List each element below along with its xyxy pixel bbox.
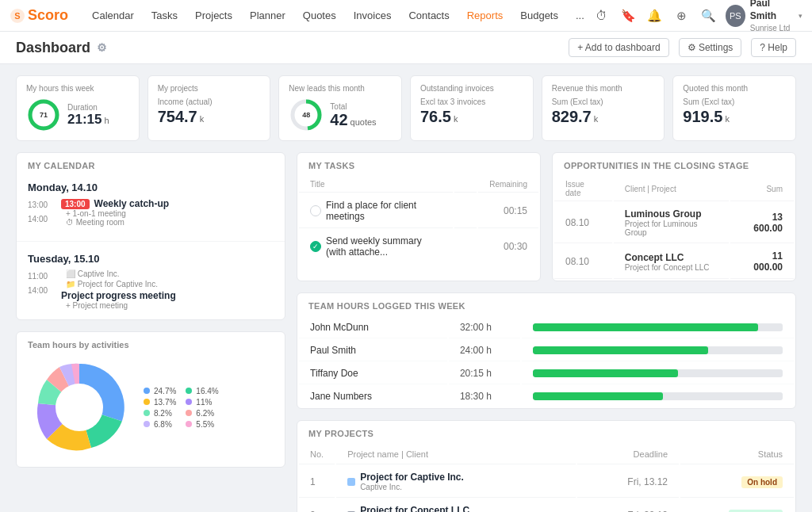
task-checkbox[interactable] bbox=[310, 205, 321, 216]
stat-leads-title: New leads this month bbox=[289, 84, 392, 93]
opp-col-client: Client | Project bbox=[614, 177, 729, 201]
proj-color-dot bbox=[347, 478, 355, 486]
nav-planner[interactable]: Planner bbox=[242, 6, 293, 25]
stat-card-invoices: Outstanding invoices Excl tax 3 invoices… bbox=[410, 75, 534, 141]
nav-tasks[interactable]: Tasks bbox=[144, 6, 186, 25]
search-icon[interactable]: 🔍 bbox=[699, 6, 718, 26]
stat-projects-value: 754.7 bbox=[158, 108, 197, 126]
pie-chart bbox=[28, 356, 131, 459]
weekly-catchup-event[interactable]: 13:00 14:00 13:00 Weekly catch-up + 1-on… bbox=[28, 198, 274, 227]
monday-label: Monday, 14.10 bbox=[28, 181, 274, 193]
tasks-col-title: Title bbox=[299, 177, 453, 193]
bell-icon[interactable]: 🔔 bbox=[645, 6, 665, 26]
dashboard-settings-icon[interactable]: ⚙ bbox=[97, 41, 107, 54]
tasks-header: My tasks bbox=[297, 153, 540, 175]
hours-val-1: 24:00 h bbox=[449, 340, 520, 361]
stat-revenue-value: 829.7 bbox=[552, 108, 592, 126]
status-badge: In progress bbox=[729, 510, 783, 513]
person-name-3: Jane Numbers bbox=[299, 386, 447, 407]
legend-support: 6.8% bbox=[144, 420, 176, 429]
stat-hours-value: 21:15 bbox=[67, 112, 102, 128]
legend-marketing: 5.5% bbox=[186, 420, 218, 429]
tasks-table: Title Remaining Find a place for c bbox=[297, 175, 540, 265]
bookmark-icon[interactable]: 🔖 bbox=[619, 6, 638, 26]
legend-meetings: 11% bbox=[186, 398, 218, 407]
navigation: S Scoro Calendar Tasks Projects Planner … bbox=[0, 0, 812, 32]
opp-col-sum: Sum bbox=[730, 177, 794, 201]
proj-deadline: Fri, 13.12 bbox=[577, 466, 679, 498]
projects-table: No. Project name | Client Deadline Statu… bbox=[297, 443, 795, 512]
legend-research: 8.2% bbox=[144, 409, 176, 418]
stat-quoted-title: Quoted this month bbox=[683, 84, 786, 93]
projects-card: My projects No. Project name | Client De… bbox=[297, 420, 796, 512]
stat-card-quoted: Quoted this month Sum (Excl tax) 919.5 k bbox=[672, 75, 796, 141]
tasks-card: My tasks Title Remaining bbox=[297, 152, 541, 281]
stat-card-hours: My hours this week 71 Duration 21:15 h bbox=[16, 75, 140, 141]
project-row[interactable]: 2 Project for Concept LLC Concept LLC Fr… bbox=[299, 499, 794, 512]
opp-row[interactable]: 08.10 Luminous Group Project for Luminou… bbox=[554, 203, 794, 243]
hours-val-0: 32:00 h bbox=[449, 317, 520, 338]
nav-projects[interactable]: Projects bbox=[187, 6, 240, 25]
header-actions: + Add to dashboard ⚙ Settings ? Help bbox=[569, 38, 796, 57]
leads-donut: 48 bbox=[289, 97, 324, 132]
project-row[interactable]: 1 Project for Captive Inc. Captive Inc. … bbox=[299, 466, 794, 498]
stat-leads-value: 42 bbox=[330, 111, 347, 129]
stat-cards: My hours this week 71 Duration 21:15 h bbox=[16, 75, 796, 141]
hours-val-2: 20:15 h bbox=[449, 363, 520, 384]
opp-row[interactable]: 08.10 Concept LLC Project for Concept LL… bbox=[554, 245, 794, 279]
proj-col-no: No. bbox=[299, 445, 335, 464]
nav-quotes[interactable]: Quotes bbox=[295, 6, 344, 25]
legend-planning: 6.2% bbox=[186, 409, 218, 418]
nav-right: ⏱ 🔖 🔔 ⊕ 🔍 PS Paul Smith Sunrise Ltd ▾ bbox=[592, 0, 802, 33]
nav-calendar[interactable]: Calendar bbox=[84, 6, 142, 25]
proj-no: 1 bbox=[299, 466, 335, 498]
nav-more[interactable]: ... bbox=[568, 6, 592, 25]
stat-hours-title: My hours this week bbox=[26, 84, 129, 93]
content-area: My hours this week 71 Duration 21:15 h bbox=[0, 64, 812, 512]
pie-title: Team hours by activities bbox=[28, 340, 274, 350]
svg-point-6 bbox=[56, 384, 103, 431]
team-hours-row: John McDunn 32:00 h bbox=[299, 317, 794, 338]
legend-development: 24.7% bbox=[144, 387, 176, 395]
nav-budgets[interactable]: Budgets bbox=[512, 6, 566, 25]
team-hours-header: Team hours logged this week bbox=[297, 293, 795, 315]
calendar-monday: Monday, 14.10 13:00 14:00 13:00 Weekly c… bbox=[17, 175, 285, 236]
projects-header: My projects bbox=[297, 421, 795, 443]
task-checkbox-done[interactable]: ✓ bbox=[310, 241, 321, 252]
main-grid: My calendar Monday, 14.10 13:00 14:00 13… bbox=[16, 152, 796, 512]
logo[interactable]: S Scoro bbox=[10, 7, 68, 24]
team-hours-card: Team hours logged this week John McDunn … bbox=[297, 292, 796, 409]
team-hours-table: John McDunn 32:00 h Paul Smith 24:00 h bbox=[297, 315, 795, 408]
left-column: My calendar Monday, 14.10 13:00 14:00 13… bbox=[16, 152, 285, 512]
tasks-col-remaining: Remaining bbox=[478, 177, 538, 193]
proj-col-status: Status bbox=[680, 445, 794, 464]
add-to-dashboard-button[interactable]: + Add to dashboard bbox=[569, 38, 668, 57]
chevron-down-icon: ▾ bbox=[799, 12, 802, 20]
nav-reports[interactable]: Reports bbox=[459, 6, 511, 25]
plus-icon[interactable]: ⊕ bbox=[672, 6, 691, 26]
stat-invoices-title: Outstanding invoices bbox=[420, 84, 523, 93]
task-row[interactable]: ✓ Send weekly summary (with attache... 0… bbox=[299, 230, 538, 263]
legend-design: 16.4% bbox=[186, 387, 218, 395]
proj-col-name: Project name | Client bbox=[336, 445, 576, 464]
project-meeting-event[interactable]: 11:00 14:00 ⬜ Captive Inc. 📁 Project for… bbox=[28, 269, 274, 310]
nav-invoices[interactable]: Invoices bbox=[346, 6, 400, 25]
help-button[interactable]: ? Help bbox=[751, 38, 796, 57]
task-row[interactable]: Find a place for client meetings 00:15 bbox=[299, 194, 538, 228]
pie-section: Team hours by activities bbox=[17, 332, 285, 467]
user-menu[interactable]: PS Paul Smith Sunrise Ltd ▾ bbox=[726, 0, 802, 33]
opp-col-date: Issue date bbox=[554, 177, 612, 201]
proj-col-deadline: Deadline bbox=[577, 445, 679, 464]
person-name-1: Paul Smith bbox=[299, 340, 447, 361]
proj-name: Project for Captive Inc. bbox=[360, 472, 464, 483]
settings-button[interactable]: ⚙ Settings bbox=[679, 38, 742, 57]
user-company: Sunrise Ltd bbox=[750, 23, 794, 33]
nav-items: Calendar Tasks Projects Planner Quotes I… bbox=[84, 6, 592, 25]
right-column: My tasks Title Remaining bbox=[297, 152, 796, 512]
opp-table: Issue date Client | Project Sum 08.10 Lu… bbox=[553, 175, 795, 281]
hours-val-3: 18:30 h bbox=[449, 386, 520, 407]
timer-icon[interactable]: ⏱ bbox=[592, 6, 611, 26]
stat-card-revenue: Revenue this month Sum (Excl tax) 829.7 … bbox=[542, 75, 665, 141]
nav-contacts[interactable]: Contacts bbox=[400, 6, 457, 25]
stat-card-leads: New leads this month 48 Total 42 quotes bbox=[278, 75, 402, 141]
